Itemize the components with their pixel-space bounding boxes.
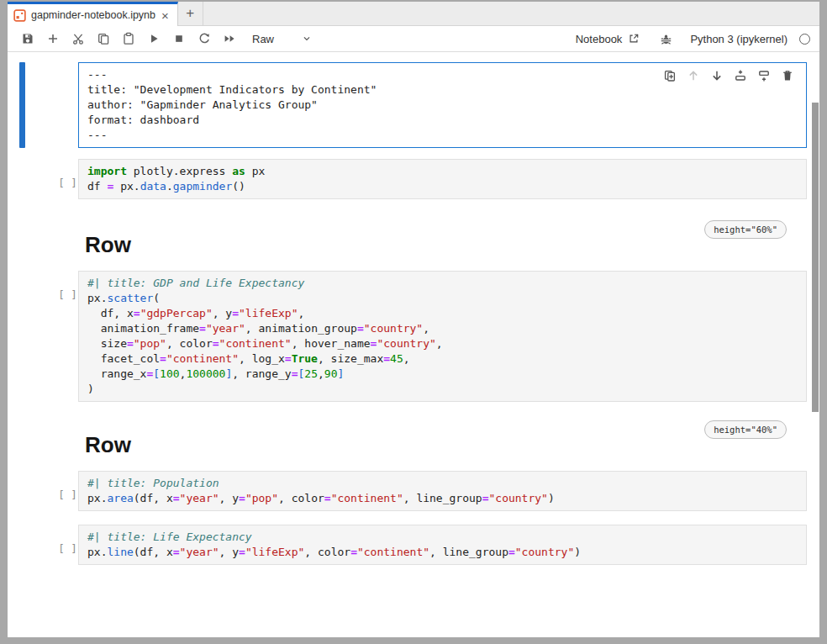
code-token: , animation_group bbox=[245, 322, 357, 335]
code-token: range_x bbox=[87, 367, 146, 380]
code-token: "year" bbox=[180, 492, 219, 504]
insert-cell-button[interactable] bbox=[40, 28, 66, 50]
code-token: px bbox=[245, 165, 265, 177]
paste-icon bbox=[122, 32, 135, 45]
cut-cells-button[interactable] bbox=[66, 28, 91, 50]
new-tab-button[interactable]: + bbox=[178, 2, 203, 25]
cell-frontmatter: ---title: "Development Indicators by Con… bbox=[8, 62, 807, 148]
code-line: format: dashboard bbox=[87, 113, 798, 128]
markdown-cell[interactable]: height="60%" Row bbox=[78, 225, 807, 257]
code-cell[interactable]: #| title: Life Expectancypx.line(df, x="… bbox=[78, 525, 807, 567]
code-line: df, x="gdpPercap", y="lifeExp", bbox=[87, 306, 798, 321]
restart-run-all-button[interactable] bbox=[217, 28, 242, 50]
tab-bar: gapminder-notebook.ipynb × + bbox=[8, 2, 819, 26]
code-token: px. bbox=[87, 292, 107, 304]
code-token: "year" bbox=[206, 322, 245, 335]
notebook-interface-button[interactable]: Notebook bbox=[576, 33, 640, 45]
code-editor[interactable]: import plotly.express as pxdf = px.data.… bbox=[87, 164, 798, 194]
code-token: "country" bbox=[364, 322, 423, 335]
code-token: = bbox=[173, 492, 180, 504]
kernel-name[interactable]: Python 3 (ipykernel) bbox=[690, 33, 787, 45]
code-token: "lifeExp" bbox=[239, 307, 298, 319]
code-cell[interactable]: import plotly.express as pxdf = px.data.… bbox=[78, 159, 807, 202]
code-token: px. bbox=[87, 546, 107, 558]
code-token: --- bbox=[87, 68, 107, 81]
cell-population: [ ]: #| title: Populationpx.area(df, x="… bbox=[8, 471, 807, 514]
code-token: , line_group bbox=[403, 492, 482, 504]
code-editor[interactable]: #| title: GDP and Life Expectancypx.scat… bbox=[87, 276, 798, 397]
code-token: . bbox=[166, 180, 173, 193]
row-heading: Row bbox=[85, 232, 807, 257]
code-token: "continent" bbox=[357, 546, 429, 558]
code-token: gapminder bbox=[173, 180, 232, 193]
code-line: facet_col="continent", log_x=True, size_… bbox=[87, 351, 798, 367]
trash-icon bbox=[781, 69, 794, 82]
code-editor[interactable]: #| title: Populationpx.area(df, x="year"… bbox=[87, 476, 798, 506]
cell-gutter bbox=[8, 225, 78, 257]
jupyter-window: gapminder-notebook.ipynb × + bbox=[8, 2, 819, 637]
code-token: = bbox=[127, 337, 134, 350]
code-token: = bbox=[383, 352, 390, 365]
insert-cell-below-button[interactable] bbox=[752, 66, 776, 85]
code-token: ] bbox=[337, 367, 344, 380]
code-token: 25 bbox=[304, 367, 318, 380]
code-line: author: "Gapminder Analytics Group" bbox=[87, 98, 798, 113]
code-token: , bbox=[423, 322, 429, 335]
cell-imports: [ ]: import plotly.express as pxdf = px.… bbox=[8, 159, 807, 202]
interrupt-kernel-button[interactable] bbox=[166, 28, 192, 50]
code-cell[interactable]: #| title: GDP and Life Expectancypx.scat… bbox=[78, 271, 807, 402]
code-line: #| title: Population bbox=[87, 476, 798, 491]
tab-title: gapminder-notebook.ipynb bbox=[31, 9, 155, 21]
insert-cell-above-button[interactable] bbox=[729, 66, 752, 85]
code-token: (df, x bbox=[134, 492, 173, 504]
run-icon bbox=[147, 32, 161, 45]
cell-gutter bbox=[8, 62, 78, 148]
arrow-up-icon bbox=[687, 69, 700, 82]
code-token: 90 bbox=[324, 367, 338, 380]
code-token: scatter bbox=[107, 292, 153, 304]
code-token: "pop" bbox=[134, 337, 166, 350]
raw-cell[interactable]: ---title: "Development Indicators by Con… bbox=[78, 62, 807, 148]
code-token: 100000 bbox=[186, 367, 225, 380]
move-cell-down-button[interactable] bbox=[705, 66, 729, 85]
restart-kernel-button[interactable] bbox=[192, 28, 217, 50]
cell-type-dropdown[interactable]: Raw bbox=[252, 33, 313, 45]
chevron-down-icon bbox=[301, 33, 313, 45]
vertical-scrollbar-thumb[interactable] bbox=[812, 103, 819, 412]
code-token: ) bbox=[87, 383, 94, 395]
paste-cells-button[interactable] bbox=[116, 28, 141, 50]
debugger-button[interactable] bbox=[653, 28, 678, 50]
code-line: import plotly.express as px bbox=[87, 164, 798, 179]
code-editor[interactable]: #| title: Life Expectancypx.line(df, x="… bbox=[87, 530, 798, 560]
copy-cells-button[interactable] bbox=[91, 28, 116, 50]
run-cell-button[interactable] bbox=[141, 28, 166, 50]
code-token: , line_group bbox=[429, 546, 508, 558]
code-token: , color bbox=[304, 546, 350, 558]
code-token: , y bbox=[219, 492, 239, 504]
save-button[interactable] bbox=[15, 28, 40, 50]
code-cell[interactable]: #| title: Populationpx.area(df, x="year"… bbox=[78, 471, 807, 514]
fast-forward-icon bbox=[223, 32, 236, 45]
code-token: , y bbox=[219, 546, 239, 558]
code-token: = bbox=[350, 546, 357, 558]
code-token: df bbox=[87, 180, 107, 193]
code-token: , range_y bbox=[232, 367, 291, 380]
active-cell-collapser[interactable] bbox=[19, 62, 25, 148]
copy-icon bbox=[97, 32, 110, 45]
close-tab-icon[interactable]: × bbox=[161, 9, 170, 22]
code-token: = bbox=[160, 352, 166, 365]
cell-type-value: Raw bbox=[252, 33, 274, 45]
tab-gapminder-notebook[interactable]: gapminder-notebook.ipynb × bbox=[8, 2, 178, 26]
move-cell-up-button[interactable] bbox=[682, 66, 705, 85]
code-token: px. bbox=[113, 180, 140, 193]
code-line: size="pop", color="continent", hover_nam… bbox=[87, 336, 798, 351]
markdown-cell[interactable]: height="40%" Row bbox=[78, 425, 807, 457]
restart-icon bbox=[198, 32, 211, 45]
external-link-icon bbox=[628, 33, 640, 45]
code-token: , hover_name bbox=[292, 337, 371, 350]
delete-cell-button[interactable] bbox=[776, 66, 799, 85]
code-token: = bbox=[232, 307, 239, 319]
duplicate-cell-button[interactable] bbox=[658, 66, 682, 85]
kernel-status-icon[interactable] bbox=[799, 34, 810, 45]
code-token: area bbox=[107, 492, 133, 504]
